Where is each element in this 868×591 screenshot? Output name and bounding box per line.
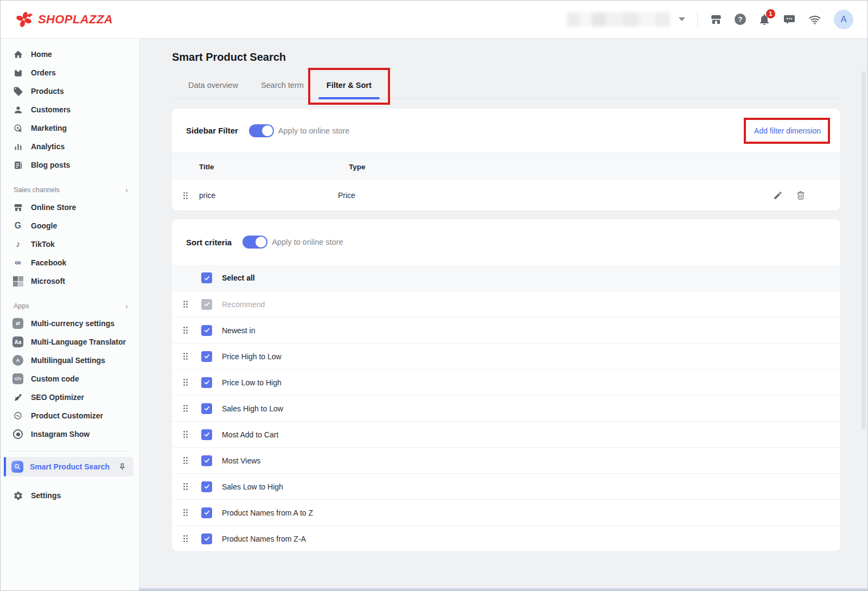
sort-criteria-card: Sort criteria Apply to online store Sele…	[172, 219, 840, 551]
column-header-title: Title	[199, 163, 349, 171]
sidebar-item-blog-posts[interactable]: Blog posts	[1, 156, 139, 174]
tab-data-overview[interactable]: Data overview	[188, 81, 238, 98]
select-all-checkbox[interactable]	[201, 272, 212, 283]
google-icon: G	[12, 221, 23, 231]
drag-handle-icon[interactable]	[183, 456, 188, 465]
sort-item-product-names-a-to-z: Product Names from A to Z	[172, 499, 840, 525]
sidebar-item-multi-currency[interactable]: ⇄ Multi-currency settings	[1, 314, 139, 333]
wifi-icon[interactable]	[808, 13, 822, 26]
sidebar-item-seo-optimizer[interactable]: SEO Optimizer	[1, 388, 139, 406]
drag-handle-icon[interactable]	[183, 535, 188, 543]
store-name-redacted[interactable]	[567, 12, 670, 27]
tab-search-term[interactable]: Search term	[261, 81, 304, 98]
store-icon[interactable]	[710, 13, 723, 26]
orders-icon	[12, 68, 23, 78]
sales-channels-section[interactable]: Sales channels ›	[1, 182, 139, 198]
sidebar-item-home[interactable]: Home	[1, 45, 139, 63]
drag-handle-icon[interactable]	[183, 352, 188, 360]
drag-handle-icon[interactable]	[183, 509, 188, 517]
sidebar-item-tiktok[interactable]: ♪ TikTok	[1, 235, 139, 253]
sidebar-item-custom-code[interactable]: </> Custom code	[1, 370, 139, 388]
help-question-mark: ?	[735, 14, 746, 25]
shoplazza-logo[interactable]: SHOPLAZZA	[15, 10, 113, 29]
notification-bell-icon[interactable]: 1	[758, 13, 771, 26]
checkbox[interactable]	[201, 481, 212, 492]
checkbox-disabled	[201, 299, 212, 310]
drag-handle-icon[interactable]	[183, 378, 188, 386]
checkbox[interactable]	[201, 377, 212, 388]
select-all-row: Select all	[172, 265, 840, 291]
chevron-right-icon: ›	[125, 186, 128, 194]
app-window: SHOPLAZZA ? 1	[0, 0, 868, 591]
sidebar-item-orders[interactable]: Orders	[1, 63, 139, 82]
sort-item-recommend: Recommend	[172, 291, 840, 317]
sort-item-most-views: Most Views	[172, 447, 840, 473]
chevron-right-icon: ›	[125, 302, 128, 310]
filter-title-cell: price	[199, 191, 338, 200]
instagram-icon	[12, 429, 23, 439]
sidebar-item-product-customizer[interactable]: Product Customizer	[1, 406, 139, 425]
sidebar-item-marketing[interactable]: Marketing	[1, 119, 139, 137]
marketing-target-icon	[12, 123, 23, 134]
checkbox[interactable]	[201, 507, 212, 518]
vertical-scrollbar[interactable]	[861, 71, 866, 429]
sidebar-item-instagram-show[interactable]: Instagram Show	[1, 425, 139, 443]
drag-handle-icon[interactable]	[183, 404, 188, 412]
sidebar-item-online-store[interactable]: Online Store	[1, 198, 139, 217]
sort-item-label: Price Low to High	[222, 378, 282, 387]
checkbox[interactable]	[201, 429, 212, 440]
apps-section[interactable]: Apps ›	[1, 298, 139, 314]
drag-handle-icon[interactable]	[183, 192, 188, 200]
sort-criteria-toggle[interactable]	[242, 236, 267, 249]
sidebar-item-customers[interactable]: Customers	[1, 100, 139, 119]
add-filter-dimension-link[interactable]: Add filter dimension	[754, 126, 821, 135]
sidebar-item-label: SEO Optimizer	[31, 393, 84, 402]
sidebar-item-microsoft[interactable]: Microsoft	[1, 272, 139, 290]
sidebar-item-settings[interactable]: Settings	[1, 486, 139, 505]
tab-filter-and-sort[interactable]: Filter & Sort	[327, 81, 372, 98]
drag-handle-icon[interactable]	[183, 326, 188, 334]
seo-rocket-icon	[12, 392, 23, 402]
sort-item-label: Most Views	[222, 456, 260, 465]
sidebar-filter-title: Sidebar Filter	[186, 126, 238, 135]
delete-icon[interactable]	[796, 190, 806, 200]
sidebar-item-google[interactable]: G Google	[1, 217, 139, 235]
pin-icon[interactable]	[118, 462, 127, 472]
drag-handle-icon[interactable]	[183, 300, 188, 308]
avatar[interactable]: A	[834, 10, 853, 29]
sidebar-item-label: Multi-currency settings	[31, 319, 114, 328]
caret-down-icon[interactable]	[679, 17, 685, 21]
sidebar-item-label: Multilingual Settings	[31, 356, 105, 365]
sidebar-filter-toggle[interactable]	[249, 124, 274, 137]
sort-item-newest-in: Newest in	[172, 317, 840, 343]
chat-icon[interactable]	[783, 13, 796, 26]
products-tag-icon	[12, 86, 23, 97]
sidebar-item-label: Instagram Show	[31, 430, 90, 439]
checkbox[interactable]	[201, 325, 212, 336]
sidebar-item-facebook[interactable]: ∞ Facebook	[1, 253, 139, 272]
sort-item-label: Recommend	[222, 300, 265, 309]
sidebar-item-smart-product-search[interactable]: Smart Product Search	[5, 457, 133, 476]
apply-to-online-store-label: Apply to online store	[278, 126, 349, 135]
checkbox[interactable]	[201, 351, 212, 362]
shoplazza-logo-icon	[15, 10, 33, 29]
sort-item-sales-high-to-low: Sales High to Low	[172, 395, 840, 421]
edit-icon[interactable]	[773, 190, 783, 200]
sidebar-item-language-translator[interactable]: Aa Multi-Language Translator	[1, 333, 139, 351]
sidebar-item-multilingual-settings[interactable]: A Multilingual Settings	[1, 351, 139, 370]
checkbox[interactable]	[201, 455, 212, 466]
multilingual-icon: A	[12, 355, 23, 366]
sidebar-item-analytics[interactable]: Analytics	[1, 137, 139, 156]
sort-item-label: Newest in	[222, 326, 255, 335]
active-indicator-bar	[4, 457, 6, 476]
sidebar-item-label: Settings	[31, 491, 61, 500]
sort-item-label: Most Add to Cart	[222, 430, 278, 439]
drag-handle-icon[interactable]	[183, 482, 188, 491]
help-icon[interactable]: ?	[735, 14, 746, 25]
checkbox[interactable]	[201, 403, 212, 414]
drag-handle-icon[interactable]	[183, 430, 188, 439]
checkbox[interactable]	[201, 533, 212, 544]
sidebar-item-products[interactable]: Products	[1, 82, 139, 100]
sidebar-item-label: Facebook	[31, 258, 66, 267]
toggle-knob	[262, 125, 273, 136]
